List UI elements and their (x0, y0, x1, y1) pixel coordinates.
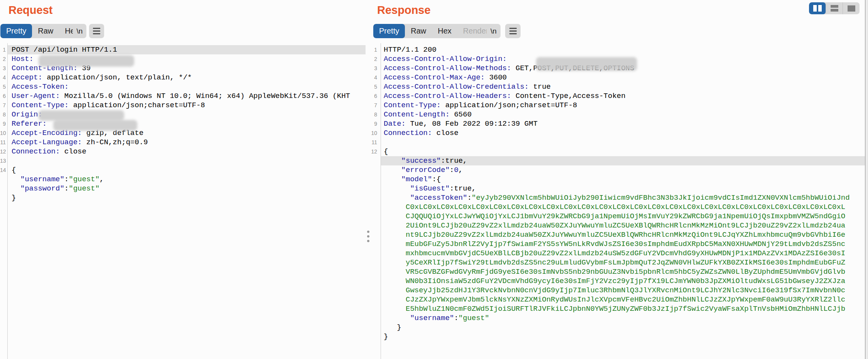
line-number: 2 (366, 54, 377, 64)
response-code-line[interactable]: 12{ (0, 147, 865, 156)
code-text: Content-Length: 6560 (381, 110, 865, 119)
code-text: "model":{ (381, 175, 865, 184)
request-tab-strip: PrettyRawHex (0, 24, 84, 38)
hamburger-icon (509, 28, 517, 34)
single-pane-icon (848, 5, 855, 12)
response-code-line[interactable]: nt9LCJjb20uZ29vZ2xlLmdzb24uaW50ZXJuYWwuY… (0, 230, 865, 239)
code-text: "accessToken":"eyJyb290VXNlcm5hbWUiOiJyb… (381, 193, 865, 202)
line-number (366, 267, 377, 276)
line-number: 11 (366, 138, 377, 147)
line-number (366, 286, 377, 295)
response-code-line[interactable]: CJQQUQiOjYxLCJwYWQiOjYxLCJ1bmVuY29kZWRCb… (0, 212, 865, 221)
code-text: Access-Control-Max-Age: 3600 (381, 73, 865, 82)
line-number: 5 (366, 82, 377, 91)
response-editor[interactable]: 1HTTP/1.1 2002Access-Control-Allow-Origi… (0, 45, 865, 341)
code-text: mEubGFuZy5JbnRlZ2VyIjp7fSwiamF2YS5sYW5nL… (381, 239, 865, 249)
response-code-line[interactable]: 8Content-Length: 6560 (0, 110, 865, 119)
line-number (366, 184, 377, 193)
code-text: } (381, 323, 865, 332)
response-code-line[interactable]: 1HTTP/1.1 200 (0, 45, 865, 54)
request-host-value-redaction (39, 55, 134, 67)
line-number (366, 323, 377, 332)
response-code-line[interactable]: 5Access-Control-Allow-Credentials: true (0, 82, 865, 91)
code-text (381, 138, 865, 147)
request-tab-raw[interactable]: Raw (32, 24, 59, 38)
code-text: { (381, 147, 865, 156)
single-panel-view-button[interactable] (843, 2, 860, 14)
response-tab-strip: PrettyRawHexRender (373, 24, 494, 38)
response-code-line[interactable]: "errorCode":0, (0, 165, 865, 175)
response-code-line[interactable]: 7Content-Type: application/json;charset=… (0, 101, 865, 110)
response-code-line[interactable]: VR5cGVBZGFwdGVyRmFjdG9yeSI6e30sImNvbS5nb… (0, 267, 865, 276)
response-code-line[interactable]: 4Access-Control-Max-Age: 3600 (0, 73, 865, 82)
response-code-line[interactable]: y5CeXRlIjp7fSwiY29tLmdvb2dsZS5nc29uLmlud… (0, 258, 865, 267)
response-code-line[interactable]: E5hbWluZ1N0cmF0ZWd5IjoiSURFTlRJVFkiLCJpb… (0, 304, 865, 313)
code-text: "errorCode":0, (381, 165, 865, 175)
response-newline-toggle-button[interactable]: \n (487, 24, 501, 38)
layout-toggle-group (809, 2, 860, 14)
response-menu-button[interactable] (505, 24, 521, 38)
line-number (366, 304, 377, 313)
line-number (366, 258, 377, 267)
line-number: 10 (366, 128, 377, 138)
code-text: GwseyJjb25zdHJ1Y3RvckNvbnN0cnVjdG9yIjp7I… (381, 286, 865, 295)
split-columns-view-button[interactable] (809, 2, 826, 14)
response-tab-hex[interactable]: Hex (432, 24, 457, 38)
code-text: Connection: close (381, 128, 865, 138)
response-code-line[interactable]: WN0b3IiOnsiaW5zdGFuY2VDcmVhdG9ycyI6e30sI… (0, 276, 865, 286)
line-number (366, 313, 377, 323)
response-title: Response (377, 4, 431, 17)
response-code-line[interactable]: "success":true, (0, 156, 865, 165)
code-text: mxhbmcucmVmbGVjdC5UeXBlLCBjb20uZ29vZ2xlL… (381, 249, 865, 258)
code-text: Content-Type: application/json;charset=U… (381, 101, 865, 110)
hamburger-icon (93, 28, 100, 34)
line-number: 12 (366, 147, 377, 156)
response-code-line[interactable]: CJzZXJpYWxpemVJbm5lckNsYXNzZXMiOnRydWUsI… (0, 295, 865, 304)
code-text: CJQQUQiOjYxLCJwYWQiOjYxLCJ1bmVuY29kZWRCb… (381, 212, 865, 221)
line-number (366, 175, 377, 184)
rows-icon (831, 5, 838, 12)
line-number (366, 156, 377, 165)
code-text: C0xLC0xLC0xLC0xLC0xLC0xLC0xLC0xLC0xLC0xL… (381, 202, 865, 212)
response-scrollbar-track[interactable] (865, 0, 866, 359)
response-code-line[interactable]: C0xLC0xLC0xLC0xLC0xLC0xLC0xLC0xLC0xLC0xL… (0, 202, 865, 212)
response-code-line[interactable]: "accessToken":"eyJyb290VXNlcm5hbWUiOiJyb… (0, 193, 865, 202)
response-tab-raw[interactable]: Raw (405, 24, 432, 38)
response-tab-pretty[interactable]: Pretty (373, 24, 405, 38)
response-code-line[interactable]: mxhbmcucmVmbGVjdC5UeXBlLCBjb20uZ29vZ2xlL… (0, 249, 865, 258)
response-code-line[interactable]: } (0, 332, 865, 341)
panel-splitter-handle[interactable] (367, 231, 369, 244)
line-number: 9 (366, 119, 377, 128)
code-text: Access-Control-Allow-Headers: Content-Ty… (381, 91, 865, 101)
code-text: Access-Control-Allow-Credentials: true (381, 82, 865, 91)
line-number (366, 221, 377, 230)
line-number: 1 (366, 45, 377, 54)
response-code-line[interactable]: 11 (0, 138, 865, 147)
line-number (366, 212, 377, 221)
line-number (366, 249, 377, 258)
response-code-line[interactable]: } (0, 323, 865, 332)
line-number: 7 (366, 101, 377, 110)
request-menu-button[interactable] (89, 24, 104, 38)
request-title: Request (8, 4, 52, 17)
response-code-line[interactable]: GwseyJjb25zdHJ1Y3RvckNvbnN0cnVjdG9yIjp7I… (0, 286, 865, 295)
code-text: E5hbWluZ1N0cmF0ZWd5IjoiSURFTlRJVFkiLCJpb… (381, 304, 865, 313)
response-code-line[interactable]: mEubGFuZy5JbnRlZ2VyIjp7fSwiamF2YS5sYW5nL… (0, 239, 865, 249)
line-number (366, 202, 377, 212)
request-origin-value-redaction (39, 110, 124, 121)
response-code-line[interactable]: "model":{ (0, 175, 865, 184)
code-text: y5CeXRlIjp7fSwiY29tLmdvb2dsZS5nc29uLmlud… (381, 258, 865, 267)
request-newline-toggle-button[interactable]: \n (73, 24, 86, 38)
response-code-line[interactable]: 6Access-Control-Allow-Headers: Content-T… (0, 91, 865, 101)
line-number (366, 276, 377, 286)
response-code-line[interactable]: 2UiOnt9LCJjb20uZ29vZ2xlLmdzb24uaW50ZXJuY… (0, 221, 865, 230)
response-code-line[interactable]: "username":"guest" (0, 313, 865, 323)
columns-icon (818, 5, 822, 12)
code-text: WN0b3IiOnsiaW5zdGFuY2VDcmVhdG9ycyI6e30sI… (381, 276, 865, 286)
request-tab-pretty[interactable]: Pretty (0, 24, 32, 38)
response-code-line[interactable]: "isGuest":true, (0, 184, 865, 193)
line-number (366, 165, 377, 175)
code-text: "success":true, (381, 156, 865, 165)
code-text: nt9LCJjb20uZ29vZ2xlLmdzb24uaW50ZXJuYWwuY… (381, 230, 865, 239)
split-rows-view-button[interactable] (826, 2, 843, 14)
